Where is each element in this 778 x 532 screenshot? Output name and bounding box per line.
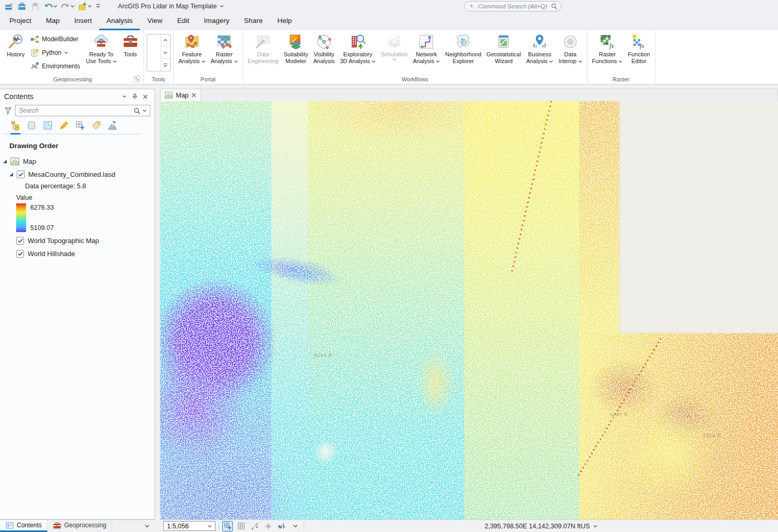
ready-to-use-tools-button[interactable]: Ready To Use Tools: [84, 32, 119, 65]
search-options-chevron-icon[interactable]: [142, 109, 147, 112]
modelbuilder-button[interactable]: ModelBuilder: [28, 33, 82, 45]
suitability-modeler-button[interactable]: Suitability Modeler: [281, 32, 310, 65]
list-by-drawing-order-tab[interactable]: [10, 120, 20, 135]
tab-imagery[interactable]: Imagery: [197, 13, 237, 30]
close-panel-icon[interactable]: [140, 91, 150, 102]
feature-analysis-button[interactable]: Feature Analysis: [176, 32, 208, 65]
command-search[interactable]: [464, 1, 561, 11]
tools-gallery-empty: [147, 34, 161, 71]
tools-button[interactable]: Tools: [120, 32, 141, 58]
contents-pane: Contents: [0, 89, 155, 532]
pane-tab-geoprocessing[interactable]: Geoprocessing: [47, 520, 112, 532]
expand-map-icon[interactable]: [3, 160, 7, 163]
pane-tab-overflow-icon[interactable]: [139, 520, 155, 532]
list-by-editing-tab[interactable]: [59, 120, 69, 135]
lasd-checkbox[interactable]: [17, 171, 25, 178]
topo-checkbox[interactable]: [16, 237, 24, 245]
geostatistical-wizard-button[interactable]: Geostatistical Wizard: [484, 32, 523, 65]
arcgis-pro-window: ArcGIS Pro Lidar in Map Template Project…: [0, 0, 778, 532]
crosshair-toggle[interactable]: [263, 521, 273, 531]
data-interop-button[interactable]: Data Interop: [556, 32, 584, 65]
customize-qat-button[interactable]: [94, 3, 102, 9]
simulation-icon: [386, 33, 403, 50]
tab-edit[interactable]: Edit: [170, 13, 196, 30]
list-by-data-source-tab[interactable]: [27, 120, 37, 135]
map-view-tab[interactable]: Map: [161, 89, 201, 101]
python-button[interactable]: Python: [28, 46, 82, 59]
scale-dropdown-icon: [208, 525, 212, 528]
list-by-charts-tab[interactable]: [107, 120, 117, 135]
lasd-layer-label[interactable]: MesaCounty_Combined.lasd: [28, 171, 115, 178]
panel-menu-chevron-icon[interactable]: [119, 91, 129, 102]
title-dropdown-icon[interactable]: [220, 5, 224, 8]
gallery-up-icon[interactable]: [161, 34, 170, 47]
tab-map[interactable]: Map: [39, 13, 67, 30]
filter-icon[interactable]: [4, 107, 12, 115]
lasd-layer-row[interactable]: MesaCounty_Combined.lasd: [0, 168, 154, 181]
north-arrow-button[interactable]: N: [277, 521, 287, 531]
function-editor-button[interactable]: fx Function Editor: [626, 32, 652, 65]
list-by-selection-tab[interactable]: [43, 120, 53, 135]
neighborhood-explorer-button[interactable]: Neighborhood Explorer: [443, 32, 483, 65]
grid-toggle[interactable]: [236, 521, 246, 531]
data-engineering-button: Data Engineering: [246, 32, 281, 65]
status-options-chevron-icon[interactable]: [290, 521, 301, 531]
tab-analysis[interactable]: Analysis: [99, 13, 140, 30]
new-project-button[interactable]: [3, 1, 15, 12]
contents-search-input[interactable]: [19, 107, 131, 114]
visibility-analysis-button[interactable]: Visibility Analysis: [311, 32, 337, 65]
selectable-layers-toggle[interactable]: [222, 521, 233, 531]
tab-insert[interactable]: Insert: [67, 13, 99, 30]
save-project-button[interactable]: [29, 1, 41, 12]
tab-share[interactable]: Share: [236, 13, 270, 30]
expand-lasd-icon[interactable]: [9, 173, 13, 176]
environments-button[interactable]: Environments: [28, 60, 82, 72]
list-by-labeling-icon: [91, 120, 101, 130]
topo-layer-row[interactable]: World Topographic Map: [0, 234, 154, 247]
map-tab-label[interactable]: Map: [176, 92, 188, 99]
network-analysis-button[interactable]: Network Analysis: [411, 32, 442, 65]
crosshair-icon: [264, 522, 272, 530]
tab-help[interactable]: Help: [270, 13, 299, 30]
feature-analysis-dropdown-icon: [201, 60, 206, 63]
raster-functions-button[interactable]: fx Raster Functions: [590, 32, 625, 65]
exploratory-3d-analysis-button[interactable]: Exploratory 3D Analysis: [338, 32, 377, 65]
redo-button[interactable]: [59, 1, 76, 12]
elevation-legend: 6276.33 5109.07: [0, 202, 154, 234]
add-in-button[interactable]: [77, 1, 93, 12]
geoprocessing-dialog-launcher-icon[interactable]: [134, 76, 140, 82]
history-icon: [7, 33, 24, 50]
customize-qat-icon: [95, 4, 101, 9]
list-by-snapping-tab[interactable]: [75, 120, 85, 135]
close-map-tab-icon[interactable]: [191, 93, 196, 98]
tab-view[interactable]: View: [140, 13, 170, 30]
open-project-button[interactable]: [16, 1, 28, 12]
tab-project[interactable]: Project: [2, 13, 39, 30]
neighborhood-explorer-icon: [455, 33, 472, 50]
history-button[interactable]: History: [5, 32, 27, 58]
coordinate-readout[interactable]: 2,395,798.50E 14,142,309.07N ftUS: [307, 523, 775, 530]
map-canvas[interactable]: 5254 ft 5295 ft 5324 ft: [160, 101, 778, 519]
snapping-toggle[interactable]: [249, 521, 260, 531]
hillshade-checkbox[interactable]: [16, 250, 24, 258]
list-by-labeling-tab[interactable]: [91, 120, 101, 135]
business-analysis-button[interactable]: Business Analysis: [524, 32, 555, 65]
color-ramp: [16, 203, 26, 232]
scale-select[interactable]: 1:5,056: [163, 521, 216, 531]
ribbon-group-portal: Feature Analysis Raster Analysis Portal: [174, 30, 243, 84]
topo-layer-label[interactable]: World Topographic Map: [28, 237, 99, 245]
undo-dropdown-icon: [53, 5, 57, 8]
gallery-down-icon[interactable]: [161, 47, 170, 59]
pane-tab-contents[interactable]: Contents: [0, 520, 47, 532]
ribbon-group-workflows: Data Engineering Suitability Modeler Vis…: [243, 30, 588, 84]
undo-button[interactable]: [42, 1, 58, 12]
pin-icon[interactable]: [129, 91, 140, 102]
map-layer-label[interactable]: Map: [23, 158, 36, 165]
hillshade-layer-label[interactable]: World Hillshade: [28, 250, 75, 258]
gallery-expand-icon[interactable]: [161, 59, 170, 71]
command-search-input[interactable]: [478, 3, 548, 9]
map-layer-row[interactable]: Map: [0, 155, 154, 168]
contents-search-box[interactable]: [15, 105, 150, 116]
hillshade-layer-row[interactable]: World Hillshade: [0, 247, 154, 260]
raster-analysis-button[interactable]: Raster Analysis: [209, 32, 240, 65]
